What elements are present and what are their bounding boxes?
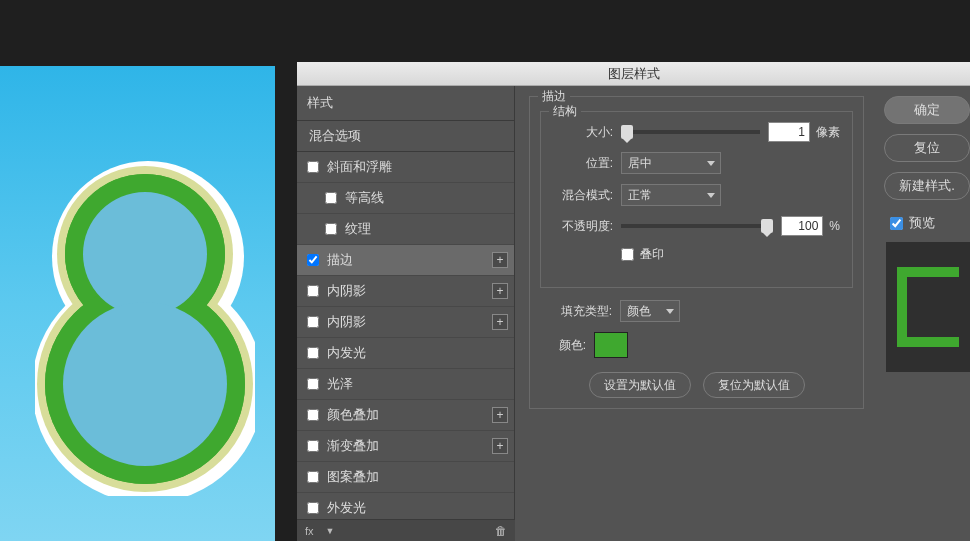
styles-header: 样式	[297, 86, 514, 121]
add-effect-icon[interactable]: +	[492, 438, 508, 454]
layer-style-dialog: 图层样式 样式 混合选项 斜面和浮雕等高线纹理描边+内阴影+内阴影+内发光光泽颜…	[297, 62, 970, 541]
preview-checkbox[interactable]: 预览	[890, 214, 970, 232]
style-checkbox[interactable]	[307, 378, 319, 390]
style-label: 渐变叠加	[327, 437, 379, 455]
style-label: 内阴影	[327, 282, 366, 300]
blend-options-row[interactable]: 混合选项	[297, 121, 514, 152]
fill-type-select[interactable]: 颜色	[620, 300, 680, 322]
style-checkbox[interactable]	[307, 161, 319, 173]
stroke-settings: 描边 结构 大小: 像素 位置: 居中	[515, 86, 878, 541]
style-checkbox[interactable]	[307, 409, 319, 421]
style-label: 内阴影	[327, 313, 366, 331]
style-label: 等高线	[345, 189, 384, 207]
overprint-checkbox[interactable]: 叠印	[621, 246, 664, 263]
style-checkbox[interactable]	[307, 471, 319, 483]
styles-list: 样式 混合选项 斜面和浮雕等高线纹理描边+内阴影+内阴影+内发光光泽颜色叠加+渐…	[297, 86, 515, 541]
style-row-3[interactable]: 描边+	[297, 245, 514, 276]
fx-menu[interactable]: fx	[305, 525, 314, 537]
style-checkbox[interactable]	[307, 254, 319, 266]
color-label: 颜色:	[540, 337, 586, 354]
style-row-9[interactable]: 渐变叠加+	[297, 431, 514, 462]
canvas	[0, 66, 275, 541]
add-effect-icon[interactable]: +	[492, 283, 508, 299]
add-effect-icon[interactable]: +	[492, 314, 508, 330]
style-label: 颜色叠加	[327, 406, 379, 424]
new-style-button[interactable]: 新建样式.	[884, 172, 970, 200]
opacity-label: 不透明度:	[553, 218, 613, 235]
style-label: 光泽	[327, 375, 353, 393]
position-label: 位置:	[553, 155, 613, 172]
opacity-unit: %	[829, 219, 840, 233]
blend-mode-select[interactable]: 正常	[621, 184, 721, 206]
stroke-group: 描边 结构 大小: 像素 位置: 居中	[529, 96, 864, 409]
style-row-6[interactable]: 内发光	[297, 338, 514, 369]
style-checkbox[interactable]	[307, 316, 319, 328]
structure-group: 结构 大小: 像素 位置: 居中 混合模式:	[540, 111, 853, 288]
dialog-title[interactable]: 图层样式	[297, 62, 970, 86]
style-label: 外发光	[327, 499, 366, 517]
stroke-color-swatch[interactable]	[594, 332, 628, 358]
style-label: 描边	[327, 251, 353, 269]
style-checkbox[interactable]	[325, 223, 337, 235]
style-checkbox[interactable]	[307, 502, 319, 514]
structure-legend: 结构	[549, 103, 581, 120]
canvas-shape	[35, 156, 255, 496]
style-label: 斜面和浮雕	[327, 158, 392, 176]
style-row-5[interactable]: 内阴影+	[297, 307, 514, 338]
style-row-10[interactable]: 图案叠加	[297, 462, 514, 493]
style-checkbox[interactable]	[307, 347, 319, 359]
dialog-actions: 确定 复位 新建样式. 预览	[878, 86, 970, 541]
size-input[interactable]	[768, 122, 810, 142]
add-effect-icon[interactable]: +	[492, 252, 508, 268]
opacity-slider[interactable]	[621, 224, 773, 228]
style-label: 图案叠加	[327, 468, 379, 486]
style-row-4[interactable]: 内阴影+	[297, 276, 514, 307]
style-row-7[interactable]: 光泽	[297, 369, 514, 400]
trash-icon[interactable]	[495, 524, 507, 538]
size-label: 大小:	[553, 124, 613, 141]
blend-mode-label: 混合模式:	[553, 187, 613, 204]
fill-type-label: 填充类型:	[540, 303, 612, 320]
svg-point-12	[63, 302, 227, 466]
style-checkbox[interactable]	[307, 440, 319, 452]
chevron-down-icon[interactable]: ▼	[326, 526, 335, 536]
preview-thumbnail	[886, 242, 970, 372]
styles-bottom-bar: fx ▼	[297, 519, 515, 541]
position-select[interactable]: 居中	[621, 152, 721, 174]
svg-point-11	[83, 192, 207, 316]
style-row-2[interactable]: 纹理	[297, 214, 514, 245]
ok-button[interactable]: 确定	[884, 96, 970, 124]
style-row-1[interactable]: 等高线	[297, 183, 514, 214]
style-label: 内发光	[327, 344, 366, 362]
size-unit: 像素	[816, 124, 840, 141]
make-default-button[interactable]: 设置为默认值	[589, 372, 691, 398]
style-checkbox[interactable]	[325, 192, 337, 204]
cancel-button[interactable]: 复位	[884, 134, 970, 162]
size-slider[interactable]	[621, 130, 760, 134]
add-effect-icon[interactable]: +	[492, 407, 508, 423]
style-row-0[interactable]: 斜面和浮雕	[297, 152, 514, 183]
opacity-input[interactable]	[781, 216, 823, 236]
style-label: 纹理	[345, 220, 371, 238]
style-checkbox[interactable]	[307, 285, 319, 297]
style-row-8[interactable]: 颜色叠加+	[297, 400, 514, 431]
reset-default-button[interactable]: 复位为默认值	[703, 372, 805, 398]
